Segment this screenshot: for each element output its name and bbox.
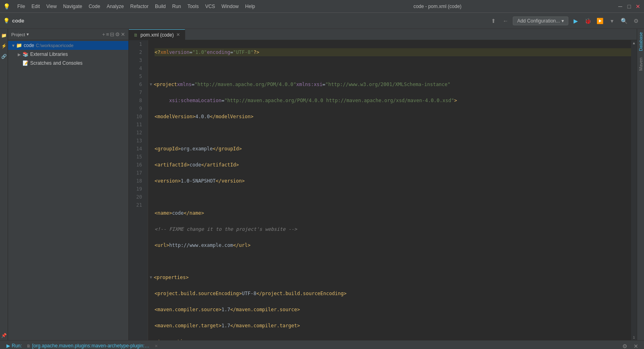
menu-refactor[interactable]: Refactor <box>128 3 151 10</box>
menu-tools[interactable]: Tools <box>185 3 201 10</box>
scroll-indicator: ▲ 1 <box>631 40 637 340</box>
debug-button[interactable]: 🐞 <box>583 16 592 26</box>
scroll-down: 1 <box>633 335 635 339</box>
maximize-button[interactable]: □ <box>626 4 632 9</box>
tab-label: pom.xml (code) <box>140 32 174 38</box>
tree-item-code[interactable]: ▼ 📁 code C:\workspace\code <box>8 41 128 50</box>
project-icon: 💡 <box>3 18 10 24</box>
app-toolbar: 💡 code ⬆ ← Add Configuration... ▾ ▶ 🐞 ▶️… <box>0 13 644 29</box>
menu-window[interactable]: Window <box>219 3 241 10</box>
fold-icon-3[interactable]: ▼ <box>150 80 152 88</box>
menu-navigate[interactable]: Navigate <box>61 3 85 10</box>
close-button[interactable]: ✕ <box>635 4 641 9</box>
code-line-16: <project.build.sourceEncoding>UTF-8</pro… <box>155 289 631 298</box>
tree-item-label: Scratches and Consoles <box>30 60 83 66</box>
new-file-icon[interactable]: + <box>102 31 105 37</box>
tree-arrow: ▼ <box>11 43 16 48</box>
project-panel: Project ▾ + ≡ ⊟ ⚙ ✕ ▼ 📁 code C:\workspac… <box>8 29 129 340</box>
menu-edit[interactable]: Edit <box>29 3 42 10</box>
right-sidebar-tabs: Database Maven <box>637 29 644 340</box>
run-button[interactable]: ▶ <box>571 16 580 26</box>
settings-button[interactable]: ⚙ <box>631 16 641 26</box>
sidebar-icon-2[interactable]: ⚡ <box>0 41 8 51</box>
menu-vcs[interactable]: VCS <box>203 3 218 10</box>
code-line-12: <!-- FIXME change it to the project's we… <box>155 225 631 233</box>
more-run-options[interactable]: ▾ <box>607 16 617 26</box>
menu-help[interactable]: Help <box>243 3 258 10</box>
fold-icon-19[interactable]: ▼ <box>150 338 152 340</box>
main-content: 📁 ⚡ 🔗 📌 Project ▾ + ≡ ⊟ ⚙ ✕ ▼ 📁 code <box>0 29 644 340</box>
run-tab-icon2: 🗎 <box>27 344 31 348</box>
bottom-panel-tabs: ▶ Run: 🗎 [org.apache.maven.plugins:maven… <box>3 341 161 349</box>
menu-code[interactable]: Code <box>86 3 103 10</box>
bottom-panel-header: ▶ Run: 🗎 [org.apache.maven.plugins:maven… <box>0 341 644 349</box>
back-button[interactable]: ← <box>501 16 510 26</box>
menu-view[interactable]: View <box>44 3 59 10</box>
xml-file-icon: 🗎 <box>134 33 138 37</box>
title-bar-left: 💡 File Edit View Navigate Code Analyze R… <box>3 3 258 10</box>
bottom-settings-icon[interactable]: ⚙ <box>620 341 630 349</box>
left-sidebar: 📁 ⚡ 🔗 📌 <box>0 29 8 340</box>
close-panel-icon[interactable]: ✕ <box>121 31 125 37</box>
menu-run[interactable]: Run <box>170 3 184 10</box>
editor-area: 🗎 pom.xml (code) ✕ 1 2 3 4 5 6 7 8 9 10 … <box>129 29 637 340</box>
run-tab-label: Run: <box>12 343 22 349</box>
code-line-5: <modelVersion>4.0.0</modelVersion> <box>155 113 631 121</box>
menu-file[interactable]: File <box>15 3 27 10</box>
chevron-down-icon: ▾ <box>561 18 564 24</box>
tree-item-label: code <box>24 43 34 48</box>
run-tab-close[interactable]: ✕ <box>155 344 158 348</box>
code-line-2 <box>155 64 631 72</box>
project-panel-actions: + ≡ ⊟ ⚙ ✕ <box>102 31 125 37</box>
project-panel-title: Project ▾ <box>11 32 29 37</box>
bottom-close-icon[interactable]: ✕ <box>631 341 641 349</box>
code-editor[interactable]: 1 2 3 4 5 6 7 8 9 10 11 12 13 14 15 16 1… <box>129 40 637 340</box>
editor-tab-pom[interactable]: 🗎 pom.xml (code) ✕ <box>129 29 185 40</box>
sidebar-icon-4[interactable]: 📌 <box>0 331 8 340</box>
fold-icon-15[interactable]: ▼ <box>150 273 152 281</box>
code-line-15: ▼ <properties> <box>155 273 631 281</box>
tree-item-path: C:\workspace\code <box>36 43 74 48</box>
code-line-18: <maven.compiler.target>1.7</maven.compil… <box>155 322 631 330</box>
sidebar-project-icon[interactable]: 📁 <box>0 31 8 40</box>
search-everywhere-button[interactable]: 🔍 <box>619 16 629 26</box>
line-count: ▲ <box>632 41 636 45</box>
run-tab-sep <box>23 343 25 349</box>
vcs-button[interactable]: ⬆ <box>489 16 498 26</box>
filter-icon[interactable]: ≡ <box>106 31 109 37</box>
code-line-4: xsi:schemaLocation="http://maven.apache.… <box>155 96 631 105</box>
menu-build[interactable]: Build <box>153 3 168 10</box>
code-line-17: <maven.compiler.source>1.7</maven.compil… <box>155 306 631 314</box>
project-tree: ▼ 📁 code C:\workspace\code ▶ 📚 External … <box>8 40 128 340</box>
minimize-button[interactable]: ─ <box>617 4 623 9</box>
right-tab-database[interactable]: Database <box>637 29 644 54</box>
run-tab[interactable]: ▶ Run: 🗎 [org.apache.maven.plugins:maven… <box>3 341 161 349</box>
right-tab-maven[interactable]: Maven <box>637 54 644 74</box>
collapse-icon[interactable]: ⊟ <box>110 31 114 37</box>
code-line-10 <box>155 193 631 201</box>
menu-bar[interactable]: File Edit View Navigate Code Analyze Ref… <box>15 3 258 10</box>
sidebar-icon-3[interactable]: 🔗 <box>0 51 8 61</box>
title-bar: 💡 File Edit View Navigate Code Analyze R… <box>0 0 644 13</box>
gear-icon[interactable]: ⚙ <box>115 31 120 37</box>
project-dropdown-icon[interactable]: ▾ <box>27 32 29 37</box>
project-panel-header: Project ▾ + ≡ ⊟ ⚙ ✕ <box>8 29 128 40</box>
tree-item-external-libs[interactable]: ▶ 📚 External Libraries <box>8 50 128 59</box>
code-line-14 <box>155 257 631 265</box>
code-line-8: <artifactId>code</artifactId> <box>155 161 631 169</box>
toolbar-right: ⬆ ← Add Configuration... ▾ ▶ 🐞 ▶️ ▾ 🔍 ⚙ <box>489 16 641 26</box>
run-tab-icon: ▶ <box>6 343 10 349</box>
run-with-coverage-button[interactable]: ▶️ <box>595 16 605 26</box>
tree-arrow: ▶ <box>18 52 23 57</box>
code-line-6 <box>155 129 631 137</box>
code-line-7: <groupId>org.example</groupId> <box>155 145 631 153</box>
code-content[interactable]: <?xml version="1.0" encoding="UTF-8"?> ▼… <box>148 40 631 340</box>
add-configuration-button[interactable]: Add Configuration... ▾ <box>513 16 568 25</box>
menu-analyze[interactable]: Analyze <box>104 3 126 10</box>
project-name: code <box>12 18 24 24</box>
tree-item-scratches[interactable]: ▶ 📝 Scratches and Consoles <box>8 59 128 68</box>
bottom-panel-controls: ⚙ ✕ <box>620 341 641 349</box>
code-line-19: ▼ </properties> <box>155 338 631 340</box>
tab-close-icon[interactable]: ✕ <box>176 32 180 37</box>
window-controls[interactable]: ─ □ ✕ <box>617 4 641 9</box>
